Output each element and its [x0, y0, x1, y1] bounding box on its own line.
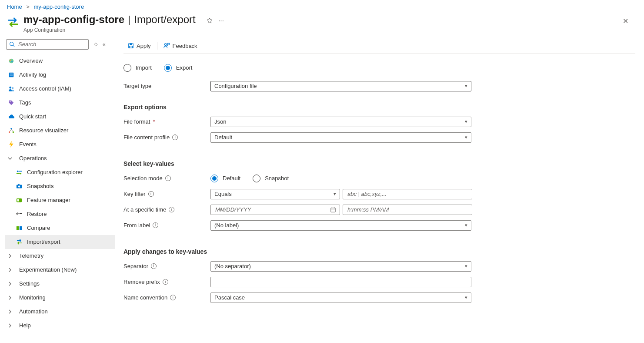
- svg-rect-7: [10, 75, 13, 75]
- svg-point-4: [11, 61, 13, 63]
- sidebar-group-automation[interactable]: Automation: [5, 305, 115, 319]
- info-icon[interactable]: i: [165, 175, 171, 181]
- sidebar-item-import-export[interactable]: Import/export: [5, 235, 115, 249]
- flag-icon: [16, 197, 23, 204]
- chevron-down-icon: ▾: [465, 263, 467, 269]
- feedback-button[interactable]: Feedback: [159, 38, 202, 54]
- sidebar-item-overview[interactable]: Overview: [5, 54, 115, 68]
- at-time-time-input[interactable]: [343, 205, 472, 215]
- svg-rect-22: [18, 184, 20, 185]
- at-time-date-input[interactable]: [210, 205, 340, 215]
- sidebar-item-events[interactable]: Events: [5, 138, 115, 151]
- file-format-label: File format *: [123, 118, 210, 125]
- sidebar-group-experimentation[interactable]: Experimentation (New): [5, 263, 115, 277]
- from-label-select[interactable]: (No label) ▾: [210, 220, 471, 231]
- key-filter-value-input[interactable]: [343, 189, 472, 199]
- info-icon[interactable]: i: [172, 135, 178, 140]
- remove-prefix-label: Remove prefix i: [123, 279, 210, 285]
- radio-checked-icon: [164, 64, 172, 72]
- cloud-icon: [8, 113, 15, 120]
- sidebar-item-label: Restore: [27, 211, 47, 217]
- svg-point-10: [10, 101, 10, 102]
- remove-prefix-input[interactable]: [210, 277, 471, 287]
- sidebar-item-activity[interactable]: Activity log: [5, 68, 115, 82]
- sidebar-group-settings[interactable]: Settings: [5, 277, 115, 291]
- sidebar-item-label: Activity log: [19, 71, 46, 78]
- svg-line-1: [13, 45, 14, 47]
- calendar-icon[interactable]: [330, 207, 336, 213]
- chevron-down-icon: ▾: [465, 222, 467, 228]
- svg-point-11: [10, 128, 12, 130]
- svg-line-15: [11, 129, 13, 131]
- more-icon[interactable]: ⋯: [218, 17, 225, 24]
- sidebar-item-label: Configuration explorer: [27, 169, 83, 175]
- sidebar-group-help[interactable]: Help: [5, 319, 115, 333]
- title-resource: my-app-config-store: [23, 13, 124, 26]
- sidebar-item-label: Snapshots: [27, 183, 53, 189]
- compare-icon: [16, 225, 23, 232]
- mode-export-radio[interactable]: Export: [164, 64, 193, 72]
- sidebar: ◇ « Overview Activity log Access control…: [0, 38, 115, 333]
- svg-rect-31: [331, 208, 336, 212]
- chevron-right-icon: [8, 323, 15, 328]
- info-icon[interactable]: i: [148, 191, 154, 197]
- file-format-select[interactable]: Json ▾: [210, 117, 471, 127]
- favorite-icon[interactable]: [206, 17, 213, 24]
- people-icon: [8, 85, 15, 92]
- separator-label: Separator i: [123, 263, 210, 269]
- sidebar-item-label: Tags: [19, 99, 31, 106]
- chevron-down-icon: [8, 156, 15, 161]
- swap-icon: [7, 16, 19, 28]
- sidebar-group-operations[interactable]: Operations: [5, 151, 115, 165]
- sidebar-item-visualizer[interactable]: Resource visualizer: [5, 124, 115, 138]
- tag-icon: [8, 99, 15, 106]
- at-time-label: At a specific time i: [123, 206, 210, 213]
- sidebar-item-snapshots[interactable]: Snapshots: [5, 179, 115, 193]
- breadcrumb-resource[interactable]: my-app-config-store: [34, 3, 84, 10]
- breadcrumb-home[interactable]: Home: [7, 3, 22, 10]
- sidebar-group-monitoring[interactable]: Monitoring: [5, 291, 115, 305]
- info-icon[interactable]: i: [151, 263, 157, 269]
- sidebar-group-telemetry[interactable]: Telemetry: [5, 249, 115, 263]
- expand-icon[interactable]: ◇: [94, 41, 97, 47]
- sidebar-item-feature-manager[interactable]: Feature manager: [5, 193, 115, 207]
- svg-point-0: [10, 42, 13, 46]
- section-select-kv: Select key-values: [123, 160, 593, 167]
- sidebar-item-config-explorer[interactable]: Configuration explorer: [5, 165, 115, 179]
- info-icon[interactable]: i: [169, 207, 174, 212]
- sliders-icon: [16, 169, 23, 176]
- chevron-right-icon: [8, 296, 15, 300]
- info-icon[interactable]: i: [153, 222, 158, 228]
- breadcrumb: Home > my-app-config-store: [0, 0, 644, 12]
- sidebar-search-input[interactable]: [17, 40, 86, 48]
- mode-import-radio[interactable]: Import: [123, 64, 152, 72]
- svg-rect-26: [20, 226, 22, 230]
- title-section: Import/export: [134, 13, 195, 26]
- undo-icon: [16, 211, 23, 218]
- info-icon[interactable]: i: [163, 279, 168, 285]
- apply-button[interactable]: Apply: [123, 38, 155, 54]
- target-type-select[interactable]: Configuration file ▾: [210, 81, 471, 91]
- separator-select[interactable]: (No separator) ▾: [210, 261, 471, 272]
- save-icon: [128, 43, 134, 49]
- sidebar-item-quickstart[interactable]: Quick start: [5, 110, 115, 124]
- sidebar-item-compare[interactable]: Compare: [5, 221, 115, 235]
- sidebar-item-restore[interactable]: Restore: [5, 207, 115, 221]
- sidebar-item-label: Events: [19, 141, 37, 148]
- info-icon[interactable]: i: [170, 295, 176, 300]
- selection-mode-default-radio[interactable]: Default: [210, 175, 240, 182]
- radio-unchecked-icon: [253, 175, 260, 182]
- sidebar-item-tags[interactable]: Tags: [5, 96, 115, 110]
- sidebar-item-access[interactable]: Access control (IAM): [5, 82, 115, 96]
- svg-point-13: [13, 131, 14, 133]
- sidebar-search[interactable]: [6, 39, 89, 50]
- key-filter-op-select[interactable]: Equals ▾: [210, 189, 340, 199]
- log-icon: [8, 71, 15, 78]
- selection-mode-snapshot-radio[interactable]: Snapshot: [253, 175, 289, 182]
- file-content-profile-select[interactable]: Default ▾: [210, 132, 471, 143]
- collapse-icon[interactable]: «: [103, 41, 106, 47]
- name-conv-select[interactable]: Pascal case ▾: [210, 293, 471, 303]
- close-icon[interactable]: ✕: [623, 17, 628, 25]
- chevron-down-icon: ▾: [465, 83, 467, 89]
- svg-point-16: [17, 170, 19, 172]
